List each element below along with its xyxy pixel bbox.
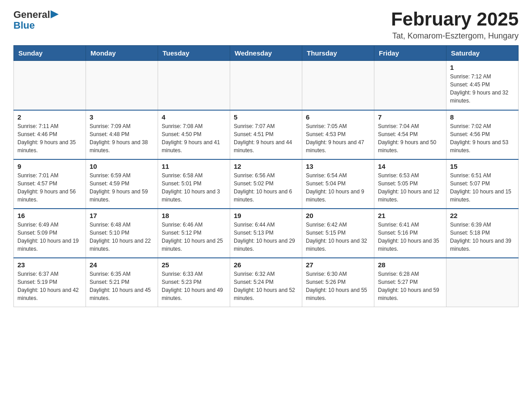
day-number: 25 bbox=[162, 261, 226, 269]
day-info: Sunrise: 6:54 AMSunset: 5:04 PMDaylight:… bbox=[306, 171, 370, 204]
calendar-cell: 14Sunrise: 6:53 AMSunset: 5:05 PMDayligh… bbox=[374, 159, 446, 209]
day-number: 27 bbox=[306, 261, 370, 269]
calendar-cell: 27Sunrise: 6:30 AMSunset: 5:26 PMDayligh… bbox=[302, 258, 374, 307]
title-block: February 2025 Tat, Komarom-Esztergom, Hu… bbox=[391, 9, 519, 41]
day-number: 11 bbox=[162, 163, 226, 170]
day-number: 13 bbox=[306, 163, 370, 170]
calendar-header-friday: Friday bbox=[374, 46, 446, 61]
calendar-week-row: 2Sunrise: 7:11 AMSunset: 4:46 PMDaylight… bbox=[14, 110, 519, 159]
calendar-cell: 13Sunrise: 6:54 AMSunset: 5:04 PMDayligh… bbox=[302, 159, 374, 209]
day-info: Sunrise: 6:28 AMSunset: 5:27 PMDaylight:… bbox=[378, 270, 442, 302]
calendar-cell: 15Sunrise: 6:51 AMSunset: 5:07 PMDayligh… bbox=[446, 159, 519, 209]
calendar-cell bbox=[230, 61, 302, 110]
calendar-cell bbox=[86, 61, 158, 110]
logo-blue-text: Blue bbox=[13, 20, 59, 31]
day-info: Sunrise: 7:01 AMSunset: 4:57 PMDaylight:… bbox=[17, 171, 82, 204]
calendar-cell bbox=[14, 61, 86, 110]
calendar-cell: 1Sunrise: 7:12 AMSunset: 4:45 PMDaylight… bbox=[446, 61, 519, 110]
day-number: 4 bbox=[162, 113, 226, 121]
calendar-cell bbox=[374, 61, 446, 110]
calendar-cell: 10Sunrise: 6:59 AMSunset: 4:59 PMDayligh… bbox=[86, 159, 158, 209]
calendar-cell: 9Sunrise: 7:01 AMSunset: 4:57 PMDaylight… bbox=[14, 159, 86, 209]
calendar-week-row: 1Sunrise: 7:12 AMSunset: 4:45 PMDaylight… bbox=[14, 61, 519, 110]
day-info: Sunrise: 7:07 AMSunset: 4:51 PMDaylight:… bbox=[234, 122, 298, 154]
calendar-header-sunday: Sunday bbox=[14, 46, 86, 61]
calendar-cell: 19Sunrise: 6:44 AMSunset: 5:13 PMDayligh… bbox=[230, 209, 302, 258]
svg-marker-0 bbox=[51, 10, 59, 18]
day-info: Sunrise: 7:08 AMSunset: 4:50 PMDaylight:… bbox=[162, 122, 226, 154]
day-number: 6 bbox=[306, 113, 370, 121]
day-info: Sunrise: 6:46 AMSunset: 5:12 PMDaylight:… bbox=[162, 221, 226, 253]
day-number: 22 bbox=[450, 212, 515, 219]
calendar-cell: 8Sunrise: 7:02 AMSunset: 4:56 PMDaylight… bbox=[446, 110, 519, 159]
day-info: Sunrise: 7:05 AMSunset: 4:53 PMDaylight:… bbox=[306, 122, 370, 154]
calendar-cell: 23Sunrise: 6:37 AMSunset: 5:19 PMDayligh… bbox=[14, 258, 86, 307]
day-info: Sunrise: 7:09 AMSunset: 4:48 PMDaylight:… bbox=[90, 122, 154, 154]
calendar-cell: 26Sunrise: 6:32 AMSunset: 5:24 PMDayligh… bbox=[230, 258, 302, 307]
day-info: Sunrise: 6:58 AMSunset: 5:01 PMDaylight:… bbox=[162, 171, 226, 204]
day-number: 24 bbox=[90, 261, 154, 269]
day-info: Sunrise: 6:37 AMSunset: 5:19 PMDaylight:… bbox=[17, 270, 82, 302]
calendar-cell: 22Sunrise: 6:39 AMSunset: 5:18 PMDayligh… bbox=[446, 209, 519, 258]
day-info: Sunrise: 6:59 AMSunset: 4:59 PMDaylight:… bbox=[90, 171, 154, 204]
calendar-header-saturday: Saturday bbox=[446, 46, 519, 61]
day-info: Sunrise: 6:39 AMSunset: 5:18 PMDaylight:… bbox=[450, 221, 515, 253]
day-number: 15 bbox=[450, 163, 515, 170]
calendar-cell: 2Sunrise: 7:11 AMSunset: 4:46 PMDaylight… bbox=[14, 110, 86, 159]
day-number: 2 bbox=[17, 113, 82, 121]
day-info: Sunrise: 6:33 AMSunset: 5:23 PMDaylight:… bbox=[162, 270, 226, 302]
day-info: Sunrise: 6:35 AMSunset: 5:21 PMDaylight:… bbox=[90, 270, 154, 302]
calendar-cell: 24Sunrise: 6:35 AMSunset: 5:21 PMDayligh… bbox=[86, 258, 158, 307]
page-subtitle: Tat, Komarom-Esztergom, Hungary bbox=[391, 31, 519, 41]
calendar-cell: 4Sunrise: 7:08 AMSunset: 4:50 PMDaylight… bbox=[158, 110, 230, 159]
calendar-cell bbox=[446, 258, 519, 307]
calendar-cell: 11Sunrise: 6:58 AMSunset: 5:01 PMDayligh… bbox=[158, 159, 230, 209]
calendar-cell: 28Sunrise: 6:28 AMSunset: 5:27 PMDayligh… bbox=[374, 258, 446, 307]
calendar-header-thursday: Thursday bbox=[302, 46, 374, 61]
day-info: Sunrise: 6:44 AMSunset: 5:13 PMDaylight:… bbox=[234, 221, 298, 253]
day-info: Sunrise: 7:04 AMSunset: 4:54 PMDaylight:… bbox=[378, 122, 442, 154]
calendar-cell: 16Sunrise: 6:49 AMSunset: 5:09 PMDayligh… bbox=[14, 209, 86, 258]
day-number: 9 bbox=[17, 163, 82, 170]
calendar-cell: 7Sunrise: 7:04 AMSunset: 4:54 PMDaylight… bbox=[374, 110, 446, 159]
calendar-cell: 6Sunrise: 7:05 AMSunset: 4:53 PMDaylight… bbox=[302, 110, 374, 159]
calendar-cell: 12Sunrise: 6:56 AMSunset: 5:02 PMDayligh… bbox=[230, 159, 302, 209]
calendar-week-row: 9Sunrise: 7:01 AMSunset: 4:57 PMDaylight… bbox=[14, 159, 519, 209]
day-number: 16 bbox=[17, 212, 82, 219]
day-info: Sunrise: 6:41 AMSunset: 5:16 PMDaylight:… bbox=[378, 221, 442, 253]
calendar-cell: 17Sunrise: 6:48 AMSunset: 5:10 PMDayligh… bbox=[86, 209, 158, 258]
day-number: 17 bbox=[90, 212, 154, 219]
day-number: 18 bbox=[162, 212, 226, 219]
calendar-cell: 3Sunrise: 7:09 AMSunset: 4:48 PMDaylight… bbox=[86, 110, 158, 159]
page-title: February 2025 bbox=[391, 9, 519, 30]
day-number: 8 bbox=[450, 113, 515, 121]
page-header: General Blue February 2025 Tat, Komarom-… bbox=[13, 9, 519, 41]
logo-general-text: General bbox=[13, 9, 50, 21]
day-info: Sunrise: 6:32 AMSunset: 5:24 PMDaylight:… bbox=[234, 270, 298, 302]
day-info: Sunrise: 6:56 AMSunset: 5:02 PMDaylight:… bbox=[234, 171, 298, 204]
calendar-cell bbox=[302, 61, 374, 110]
day-info: Sunrise: 6:48 AMSunset: 5:10 PMDaylight:… bbox=[90, 221, 154, 253]
day-number: 3 bbox=[90, 113, 154, 121]
day-info: Sunrise: 6:42 AMSunset: 5:15 PMDaylight:… bbox=[306, 221, 370, 253]
calendar-header-row: SundayMondayTuesdayWednesdayThursdayFrid… bbox=[14, 46, 519, 61]
day-info: Sunrise: 6:53 AMSunset: 5:05 PMDaylight:… bbox=[378, 171, 442, 204]
day-number: 21 bbox=[378, 212, 442, 219]
day-number: 5 bbox=[234, 113, 298, 121]
day-number: 23 bbox=[17, 261, 82, 269]
calendar-header-monday: Monday bbox=[86, 46, 158, 61]
calendar-cell: 21Sunrise: 6:41 AMSunset: 5:16 PMDayligh… bbox=[374, 209, 446, 258]
day-number: 12 bbox=[234, 163, 298, 170]
calendar-week-row: 23Sunrise: 6:37 AMSunset: 5:19 PMDayligh… bbox=[14, 258, 519, 307]
day-info: Sunrise: 6:49 AMSunset: 5:09 PMDaylight:… bbox=[17, 221, 82, 253]
calendar-header-tuesday: Tuesday bbox=[158, 46, 230, 61]
day-number: 26 bbox=[234, 261, 298, 269]
logo: General Blue bbox=[13, 9, 59, 31]
day-number: 14 bbox=[378, 163, 442, 170]
day-number: 19 bbox=[234, 212, 298, 219]
calendar-cell: 25Sunrise: 6:33 AMSunset: 5:23 PMDayligh… bbox=[158, 258, 230, 307]
calendar-week-row: 16Sunrise: 6:49 AMSunset: 5:09 PMDayligh… bbox=[14, 209, 519, 258]
calendar-cell: 20Sunrise: 6:42 AMSunset: 5:15 PMDayligh… bbox=[302, 209, 374, 258]
day-info: Sunrise: 7:12 AMSunset: 4:45 PMDaylight:… bbox=[450, 73, 515, 105]
calendar-cell bbox=[158, 61, 230, 110]
